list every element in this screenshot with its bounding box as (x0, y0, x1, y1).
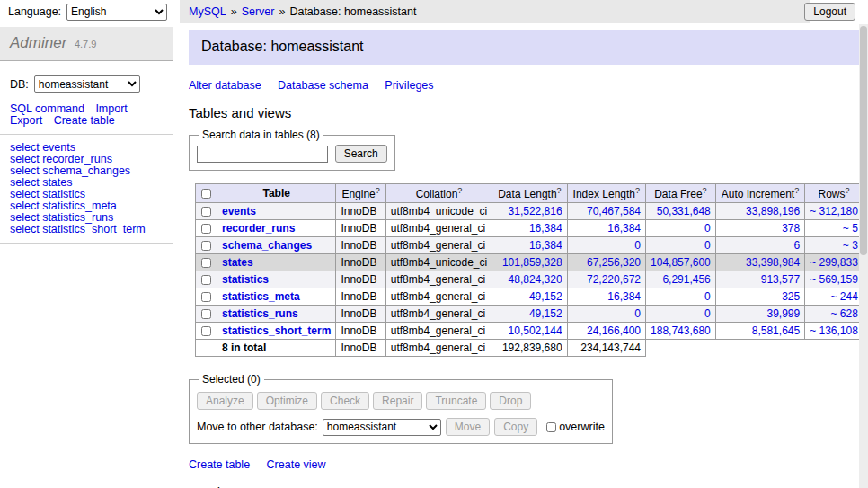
index-length-link[interactable]: 70,467,584 (567, 203, 645, 220)
sidebar-item-select-statistics-short-term[interactable]: select statistics_short_term (10, 224, 164, 235)
rows-count-link[interactable]: ~ 3 (805, 237, 864, 254)
data-free-link[interactable]: 6,291,456 (646, 271, 716, 288)
table-name-link[interactable]: statistics_meta (222, 290, 300, 303)
data-length-link[interactable]: 31,522,816 (492, 203, 567, 220)
data-length-link[interactable]: 101,859,328 (492, 254, 567, 271)
collation-cell: utf8mb4_general_ci (385, 237, 492, 254)
table-name-link[interactable]: recorder_runs (222, 222, 295, 235)
help-link[interactable]: ? (457, 186, 462, 195)
breadcrumb-server-link[interactable]: Server (242, 5, 275, 18)
data-length-link[interactable]: 10,502,144 (492, 323, 567, 340)
auto-increment-link[interactable]: 8,581,645 (715, 323, 804, 340)
create-links: Create table Create view (189, 458, 868, 471)
row-checkbox[interactable] (201, 224, 211, 234)
help-link[interactable]: ? (557, 186, 562, 195)
sidebar-link-import[interactable]: Import (95, 102, 127, 115)
auto-increment-link[interactable]: 6 (715, 237, 804, 254)
copy-button[interactable]: Copy (494, 418, 537, 436)
truncate-button[interactable]: Truncate (426, 392, 486, 410)
row-checkbox[interactable] (201, 258, 211, 268)
row-checkbox[interactable] (201, 326, 211, 336)
table-name-link[interactable]: states (222, 256, 253, 269)
data-free-link[interactable]: 104,857,600 (646, 254, 716, 271)
table-name-link[interactable]: events (222, 205, 256, 217)
help-link[interactable]: ? (635, 186, 640, 195)
rows-count-link[interactable]: ~ 5 (805, 220, 864, 237)
data-free-link[interactable]: 0 (646, 306, 716, 323)
page-scrollbar[interactable] (859, 24, 868, 488)
table-row: statistics InnoDB utf8mb4_general_ci 48,… (196, 271, 868, 288)
tables-section-title: Tables and views (189, 105, 868, 120)
auto-increment-link[interactable]: 325 (715, 288, 804, 306)
move-database-select[interactable]: homeassistant (323, 419, 441, 436)
select-all-checkbox[interactable] (201, 189, 211, 199)
index-length-link[interactable]: 0 (567, 237, 645, 254)
privileges-link[interactable]: Privileges (385, 79, 433, 92)
data-free-link[interactable]: 188,743,680 (646, 323, 716, 340)
rows-count-link[interactable]: ~ 628 (805, 306, 864, 323)
create-view-link[interactable]: Create view (267, 458, 326, 471)
help-link[interactable]: ? (794, 186, 799, 195)
sidebar-link-export[interactable]: Export (10, 114, 42, 127)
move-button[interactable]: Move (446, 418, 490, 436)
row-checkbox[interactable] (201, 309, 211, 319)
logout-button[interactable]: Logout (804, 3, 855, 21)
search-button[interactable]: Search (335, 145, 387, 163)
data-free-link[interactable]: 0 (646, 220, 716, 237)
auto-increment-link[interactable]: 913,577 (715, 271, 804, 288)
data-free-link[interactable]: 0 (646, 237, 716, 254)
analyze-button[interactable]: Analyze (197, 392, 253, 410)
index-length-link[interactable]: 24,166,400 (567, 323, 645, 340)
sidebar-table-list: select events select recorder_runs selec… (10, 142, 164, 235)
auto-increment-link[interactable]: 39,999 (715, 306, 804, 323)
row-checkbox[interactable] (201, 241, 211, 251)
scrollbar-thumb[interactable] (860, 26, 867, 255)
index-length-link[interactable]: 67,256,320 (567, 254, 645, 271)
rows-count-link[interactable]: ~ 569,159 (805, 271, 864, 288)
database-schema-link[interactable]: Database schema (278, 79, 368, 92)
search-input[interactable] (197, 146, 328, 163)
data-length-link[interactable]: 48,824,320 (492, 271, 567, 288)
table-row: statistics_short_term InnoDB utf8mb4_gen… (196, 323, 868, 340)
create-table-link[interactable]: Create table (189, 458, 250, 471)
breadcrumb-mysql-link[interactable]: MySQL (189, 5, 226, 18)
data-length-link[interactable]: 16,384 (492, 237, 567, 254)
row-checkbox[interactable] (201, 207, 211, 217)
alter-database-link[interactable]: Alter database (189, 79, 261, 92)
index-length-link[interactable]: 16,384 (567, 288, 645, 306)
drop-button[interactable]: Drop (490, 392, 531, 410)
table-name-link[interactable]: statistics_short_term (222, 324, 331, 337)
help-link[interactable]: ? (703, 186, 707, 195)
index-length-link[interactable]: 72,220,672 (567, 271, 645, 288)
optimize-button[interactable]: Optimize (257, 392, 317, 410)
db-select[interactable]: homeassistant (34, 75, 140, 93)
data-length-link[interactable]: 49,152 (492, 288, 567, 306)
help-link[interactable]: ? (376, 186, 380, 195)
table-name-link[interactable]: schema_changes (222, 239, 312, 252)
data-free-link[interactable]: 50,331,648 (646, 203, 716, 220)
sidebar-link-sql-command[interactable]: SQL command (10, 102, 84, 115)
rows-count-link[interactable]: ~ 136,108 (805, 323, 864, 340)
help-link[interactable]: ? (846, 186, 850, 195)
check-button[interactable]: Check (321, 392, 369, 410)
repair-button[interactable]: Repair (373, 392, 422, 410)
table-name-link[interactable]: statistics_runs (222, 307, 298, 320)
sidebar-link-create-table[interactable]: Create table (54, 114, 115, 127)
data-length-link[interactable]: 49,152 (492, 306, 567, 323)
auto-increment-link[interactable]: 33,398,984 (715, 254, 804, 271)
rows-count-link[interactable]: ~ 312,180 (805, 203, 864, 220)
index-length-link[interactable]: 16,384 (567, 220, 645, 237)
row-checkbox[interactable] (201, 292, 211, 302)
overwrite-checkbox[interactable] (546, 422, 556, 432)
data-free-link[interactable]: 0 (646, 288, 716, 306)
table-name-link[interactable]: statistics (222, 273, 269, 286)
collation-cell: utf8mb4_general_ci (385, 288, 492, 306)
auto-increment-link[interactable]: 378 (715, 220, 804, 237)
data-length-link[interactable]: 16,384 (492, 220, 567, 237)
row-checkbox[interactable] (201, 275, 211, 285)
language-select[interactable]: English (66, 4, 167, 21)
rows-count-link[interactable]: ~ 244 (805, 288, 864, 306)
index-length-link[interactable]: 0 (567, 306, 645, 323)
auto-increment-link[interactable]: 33,898,196 (715, 203, 804, 220)
rows-count-link[interactable]: ~ 299,833 (805, 254, 864, 271)
